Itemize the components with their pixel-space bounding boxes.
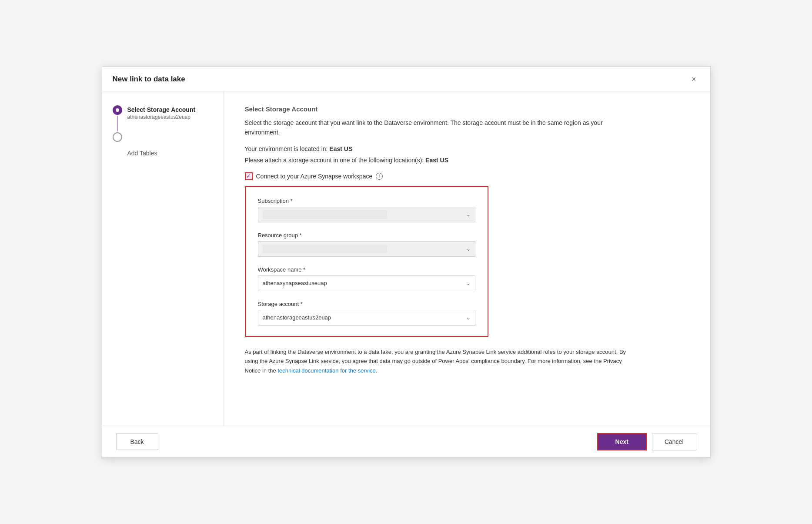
step1-sublabel: athenastorageeastus2euap bbox=[127, 114, 196, 120]
resource-group-dropdown[interactable]: ⌄ bbox=[258, 241, 475, 257]
storage-account-value: athenastorageeastus2euap bbox=[263, 314, 331, 321]
next-button[interactable]: Next bbox=[597, 433, 647, 450]
footer-right: Next Cancel bbox=[597, 433, 696, 450]
step1-connector bbox=[113, 105, 122, 132]
subscription-label: Subscription * bbox=[258, 198, 475, 204]
info-icon[interactable]: i bbox=[376, 173, 383, 180]
attach-location-value: East US bbox=[425, 157, 448, 164]
subscription-dropdown-arrow: ⌄ bbox=[466, 212, 471, 218]
synapse-checkbox-row: ✓ Connect to your Azure Synapse workspac… bbox=[245, 172, 689, 180]
resource-group-field: Resource group * ⌄ bbox=[258, 232, 475, 257]
step1-line bbox=[117, 116, 118, 131]
cancel-button[interactable]: Cancel bbox=[652, 433, 696, 450]
step2-circle bbox=[113, 132, 122, 142]
dialog-footer: Back Next Cancel bbox=[102, 426, 710, 457]
workspace-name-dropdown-arrow: ⌄ bbox=[466, 280, 471, 286]
synapse-checkbox[interactable]: ✓ bbox=[245, 172, 253, 180]
footer-link[interactable]: technical documentation for the service. bbox=[277, 367, 377, 374]
workspace-name-label: Workspace name * bbox=[258, 266, 475, 273]
workspace-name-dropdown[interactable]: athenasynapseastuseuap ⌄ bbox=[258, 275, 475, 291]
dialog-body: Select Storage Account athenastorageeast… bbox=[102, 91, 710, 426]
storage-account-label: Storage account * bbox=[258, 301, 475, 307]
step1-circle bbox=[113, 105, 122, 115]
dialog: New link to data lake × Select Storage A… bbox=[102, 66, 711, 458]
resource-group-dropdown-arrow: ⌄ bbox=[466, 246, 471, 252]
env-location-prefix: Your environment is located in: bbox=[245, 145, 330, 152]
storage-account-dropdown-arrow: ⌄ bbox=[466, 315, 471, 321]
storage-account-dropdown[interactable]: athenastorageeastus2euap ⌄ bbox=[258, 310, 475, 326]
step1-text: Select Storage Account athenastorageeast… bbox=[127, 105, 196, 120]
step2-connector bbox=[113, 132, 122, 142]
footer-left: Back bbox=[116, 433, 158, 450]
footer-note: As part of linking the Dataverse environ… bbox=[245, 347, 636, 375]
step2-text: Add Tables bbox=[127, 132, 157, 157]
synapse-checkbox-label: Connect to your Azure Synapse workspace bbox=[256, 173, 373, 180]
step-2: Add Tables bbox=[113, 132, 213, 157]
subscription-dropdown[interactable]: ⌄ bbox=[258, 207, 475, 222]
subscription-value bbox=[263, 210, 388, 219]
dialog-header: New link to data lake × bbox=[102, 67, 710, 91]
workspace-name-field: Workspace name * athenasynapseastuseuap … bbox=[258, 266, 475, 291]
main-content: Select Storage Account Select the storag… bbox=[224, 91, 710, 426]
env-location-info: Your environment is located in: East US bbox=[245, 145, 689, 152]
checkmark-icon: ✓ bbox=[246, 173, 251, 179]
subscription-field: Subscription * ⌄ bbox=[258, 198, 475, 222]
attach-location-info: Please attach a storage account in one o… bbox=[245, 157, 689, 164]
resource-group-label: Resource group * bbox=[258, 232, 475, 238]
form-box: Subscription * ⌄ Resource group * ⌄ bbox=[245, 186, 488, 337]
step-1: Select Storage Account athenastorageeast… bbox=[113, 105, 213, 132]
back-button[interactable]: Back bbox=[116, 433, 158, 450]
workspace-name-value: athenasynapseastuseuap bbox=[263, 280, 327, 286]
attach-prefix: Please attach a storage account in one o… bbox=[245, 157, 426, 164]
step1-label: Select Storage Account bbox=[127, 106, 196, 113]
section-description: Select the storage account that you want… bbox=[245, 118, 636, 138]
resource-group-value bbox=[263, 245, 388, 253]
dialog-title: New link to data lake bbox=[113, 75, 185, 84]
storage-account-field: Storage account * athenastorageeastus2eu… bbox=[258, 301, 475, 326]
section-title: Select Storage Account bbox=[245, 105, 689, 113]
step-list: Select Storage Account athenastorageeast… bbox=[113, 105, 213, 157]
env-location-value: East US bbox=[329, 145, 352, 152]
close-button[interactable]: × bbox=[688, 74, 700, 85]
step2-label: Add Tables bbox=[127, 150, 157, 157]
sidebar: Select Storage Account athenastorageeast… bbox=[102, 91, 224, 426]
